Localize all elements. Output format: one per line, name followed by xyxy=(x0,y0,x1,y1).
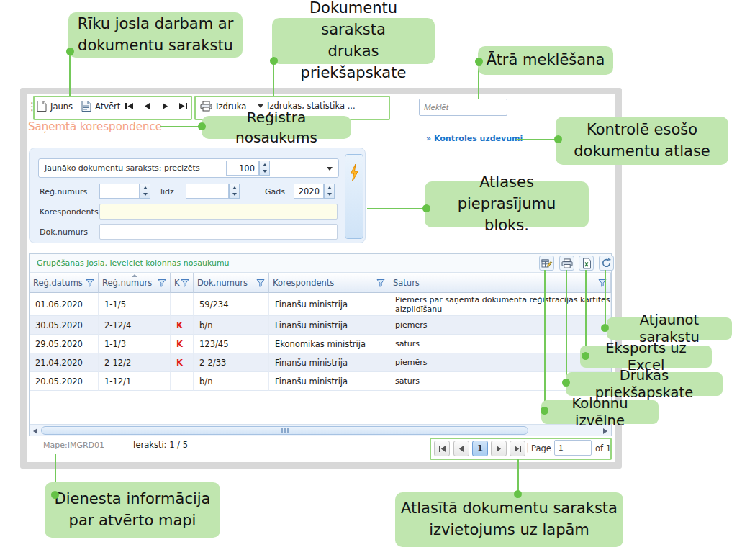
pager-previous-button[interactable] xyxy=(453,441,469,456)
connector-dot xyxy=(51,491,59,499)
table-cell: 2-2/33 xyxy=(194,353,269,372)
doc-number-input[interactable] xyxy=(99,224,338,240)
year-field[interactable]: 2020 xyxy=(294,184,324,199)
chevron-down-icon[interactable] xyxy=(327,167,333,171)
table-row[interactable]: 20.05.20201-12/1b/nFinanšu ministrijasat… xyxy=(30,372,611,391)
last-record-icon xyxy=(178,102,188,110)
table-cell: 2-12/2 xyxy=(99,353,171,372)
first-record-icon xyxy=(125,102,134,110)
year-stepper[interactable] xyxy=(324,184,335,199)
column-header-label: Reģ.numurs xyxy=(102,278,152,288)
table-cell: 1-1/3 xyxy=(99,335,171,353)
table-row[interactable]: 01.06.20201-1/559/234Finanšu ministrijaP… xyxy=(30,293,611,316)
connector-line xyxy=(605,270,606,328)
reg-number-to-field[interactable] xyxy=(186,184,229,199)
reg-number-from-field[interactable] xyxy=(99,184,140,199)
open-button[interactable]: Atvērt xyxy=(81,100,120,112)
connector-line xyxy=(69,51,71,96)
column-header-label: Korespondents xyxy=(273,278,334,288)
table-cell: 21.04.2020 xyxy=(30,353,99,372)
scroll-left-icon[interactable] xyxy=(33,428,37,434)
table-cell: 29.05.2020 xyxy=(30,335,99,353)
lightning-icon xyxy=(349,163,359,182)
search-input[interactable] xyxy=(419,99,507,116)
grid-body: 01.06.20201-1/559/234Finanšu ministrijaP… xyxy=(30,293,611,391)
reg-number-label: Reģ.numurs xyxy=(40,187,87,197)
table-cell: K xyxy=(171,316,194,335)
last-page-icon xyxy=(514,446,522,452)
connector-dot xyxy=(514,490,522,498)
table-cell: 1-1/5 xyxy=(99,293,171,316)
page-of-label: of 1 xyxy=(595,443,611,453)
table-cell: K xyxy=(171,353,194,372)
pager-last-button[interactable] xyxy=(510,441,525,456)
pager: 1 | Page of 1 xyxy=(430,438,612,459)
reg-number-from-stepper[interactable] xyxy=(140,184,150,199)
table-cell: Finanšu ministrija xyxy=(269,372,389,391)
scrollbar-thumb[interactable] xyxy=(41,426,528,435)
table-row[interactable]: 29.05.20201-1/3K123/45Ekonomikas ministr… xyxy=(30,335,611,353)
column-header-dok-numurs[interactable]: Dok.numurs xyxy=(194,273,269,293)
horizontal-scrollbar[interactable] xyxy=(30,424,611,436)
column-header-label: Saturs xyxy=(393,278,420,288)
table-cell: 1-12/1 xyxy=(99,372,171,391)
column-chooser-button[interactable] xyxy=(539,256,554,271)
column-header-k[interactable]: K xyxy=(171,273,194,293)
callout-register-name: Reģistra nosaukums xyxy=(202,116,351,139)
column-header-label: Dok.numurs xyxy=(197,278,248,288)
new-button[interactable]: Jauns xyxy=(37,100,73,112)
year-label: Gads xyxy=(265,187,285,197)
filter-funnel-icon[interactable] xyxy=(256,279,265,287)
pager-current-page-button[interactable]: 1 xyxy=(472,441,488,456)
control-tasks-link[interactable]: » Kontroles uzdevumi xyxy=(426,134,523,143)
correspondent-input[interactable] xyxy=(99,204,338,220)
pager-first-button[interactable] xyxy=(434,441,450,456)
table-row[interactable]: 30.05.20202-12/4Kb/nFinanšu ministrijapi… xyxy=(30,316,611,335)
next-record-button[interactable] xyxy=(162,102,168,112)
column-header-re-datums[interactable]: Reģ.datums xyxy=(30,273,99,293)
column-header-saturs[interactable]: Saturs xyxy=(389,273,611,293)
connector-dot xyxy=(198,122,206,130)
connector-dot xyxy=(422,204,430,212)
group-by-bar[interactable]: Grupēšanas josla, ievelciet kolonnas nos… xyxy=(30,254,611,273)
previous-record-button[interactable] xyxy=(144,102,150,112)
list-mode-combobox[interactable]: Jaunāko dokumentu saraksts: precizēts 10… xyxy=(38,158,339,178)
column-header-korespondents[interactable]: Korespondents xyxy=(269,273,389,293)
table-cell xyxy=(171,372,194,391)
drag-handle-icon[interactable]: ⋮ xyxy=(27,100,37,113)
export-excel-button[interactable] xyxy=(579,256,594,271)
connector-line xyxy=(367,208,426,209)
reg-number-to-stepper[interactable] xyxy=(229,184,240,199)
callout-selection-block: Atlases pieprasījumu bloks. xyxy=(425,181,589,227)
print-preview-button[interactable] xyxy=(559,256,574,271)
refresh-button[interactable] xyxy=(599,256,614,271)
to-label: līdz xyxy=(160,187,174,197)
open-document-icon xyxy=(81,100,91,112)
connector-line xyxy=(544,270,546,411)
filter-funnel-icon[interactable] xyxy=(376,279,385,287)
record-count-stepper[interactable] xyxy=(259,161,270,176)
connector-dot xyxy=(541,407,548,415)
callout-refresh-list: Atjaunot sarakstu xyxy=(607,317,732,340)
sort-ascending-icon xyxy=(132,274,137,277)
connector-line xyxy=(160,126,202,127)
pager-next-button[interactable] xyxy=(491,441,507,456)
table-cell: piemērs xyxy=(389,316,611,335)
table-row[interactable]: 21.04.20202-12/2K2-2/33Finanšu ministrij… xyxy=(30,353,611,372)
table-cell: b/n xyxy=(194,316,269,335)
first-record-button[interactable] xyxy=(125,102,134,112)
record-count-field[interactable]: 100 xyxy=(226,161,259,176)
filter-funnel-icon[interactable] xyxy=(181,279,189,287)
connector-dot xyxy=(270,57,278,65)
filter-funnel-icon[interactable] xyxy=(86,279,94,287)
connector-line xyxy=(517,459,519,494)
connector-dot xyxy=(601,324,609,332)
page-number-input[interactable] xyxy=(554,440,592,456)
last-record-button[interactable] xyxy=(178,102,188,112)
run-selection-button[interactable] xyxy=(345,154,363,239)
filter-funnel-icon[interactable] xyxy=(158,279,166,287)
column-header-re-numurs[interactable]: Reģ.numurs xyxy=(99,273,171,293)
scroll-right-icon[interactable] xyxy=(603,428,607,434)
table-cell: Ekonomikas ministrija xyxy=(269,335,389,353)
new-document-icon xyxy=(37,100,47,112)
